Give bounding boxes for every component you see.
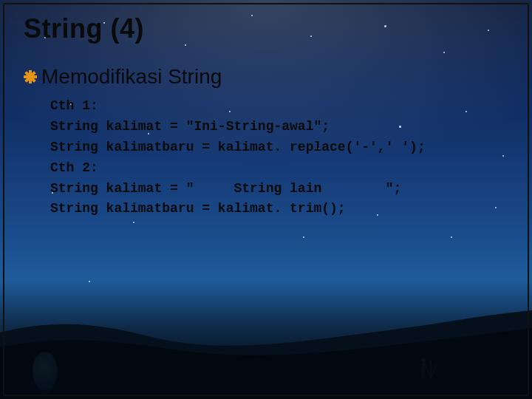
code-line: Cth 2: xyxy=(50,160,98,175)
slide-title: String (4) xyxy=(24,13,513,44)
code-line: String kalimat = " String lain "; xyxy=(50,181,401,196)
code-line: String kalimatbaru = kalimat. replace('-… xyxy=(50,140,426,154)
code-line: String kalimatbaru = kalimat. trim(); xyxy=(50,201,346,216)
code-line: String kalimat = "Ini-String-awal"; xyxy=(50,119,330,134)
diamond-bullet-icon xyxy=(24,70,37,83)
subheading-row: Memodifikasi String xyxy=(24,65,513,89)
subheading-text: Memodifikasi String xyxy=(41,65,222,89)
code-block: Cth 1: String kalimat = "Ini-String-awal… xyxy=(50,96,513,219)
code-line: Cth 1: xyxy=(50,98,98,113)
slide-content: String (4) Memodifikasi String Cth 1: St… xyxy=(0,0,532,399)
